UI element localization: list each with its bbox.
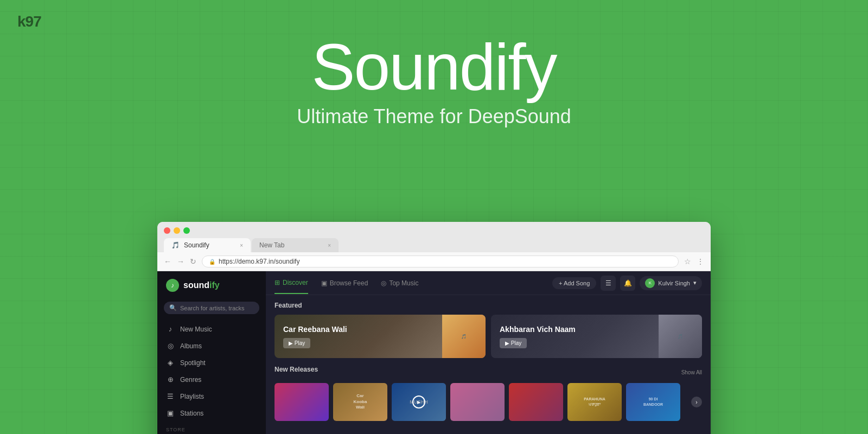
bookmark-icon[interactable]: ☆: [684, 257, 691, 266]
sidebar-app-name: soundify: [183, 280, 220, 290]
more-menu-icon[interactable]: ⋮: [697, 257, 704, 266]
search-placeholder: Search for artists, tracks: [180, 305, 245, 311]
browser-tab-newtab[interactable]: New Tab ×: [252, 238, 339, 252]
chevron-down-icon: ▾: [693, 279, 697, 286]
top-nav-actions: + Add Song ☰ 🔔 K Kulvir Singh ▾: [552, 276, 702, 291]
lock-icon: 🔒: [209, 259, 215, 265]
featured-section-label: Featured: [275, 302, 702, 309]
releases-grid: CarKoobaWali MUCHH ▶: [275, 383, 702, 421]
tab-label: Top Music: [389, 279, 418, 287]
top-nav-tabs: ⊞ Discover ▣ Browse Feed ◎ Top Music: [275, 272, 418, 294]
forward-button[interactable]: →: [177, 257, 184, 266]
release-thumb-image-5: [509, 383, 563, 421]
tab-favicon: 🎵: [171, 241, 180, 249]
address-field[interactable]: 🔒 https://demo.k97.in/soundify: [202, 256, 679, 267]
release-card-6[interactable]: PARAHUNAਪਰਾਹੁਣਾ: [567, 383, 622, 421]
release-thumb-image-4: [450, 383, 505, 421]
release-thumb-image-2: CarKoobaWali: [333, 383, 387, 421]
releases-wrapper: CarKoobaWali MUCHH ▶: [275, 383, 702, 421]
release-card-4[interactable]: [450, 383, 505, 421]
discover-icon: ⊞: [275, 279, 280, 286]
release-thumb-4: [450, 383, 505, 421]
notification-button[interactable]: 🔔: [620, 276, 635, 291]
featured-card-content: Car Reebana Wali ▶ Play: [283, 325, 347, 348]
release-card-5[interactable]: [509, 383, 563, 421]
playlist-button[interactable]: ☰: [601, 276, 616, 291]
spotlight-icon: ◈: [166, 359, 175, 367]
tab-label: Discover: [283, 279, 308, 286]
release-card-1[interactable]: [275, 383, 329, 421]
sidebar-search[interactable]: 🔍 Search for artists, tracks: [164, 302, 259, 314]
release-thumb-5: [509, 383, 563, 421]
featured-card-title: Car Reebana Wali: [283, 325, 347, 334]
release-thumb-7: 90 DIBANDOOR: [626, 383, 680, 421]
releases-next-arrow[interactable]: ›: [691, 397, 702, 407]
tab-close-icon[interactable]: ×: [240, 242, 243, 248]
new-releases-label: New Releases: [275, 366, 318, 373]
sidebar-item-playlists[interactable]: ☰ Playlists: [157, 388, 266, 405]
user-menu-button[interactable]: K Kulvir Singh ▾: [640, 276, 702, 290]
sidebar: ♪ soundify 🔍 Search for artists, tracks …: [157, 271, 266, 434]
top-music-icon: ◎: [381, 279, 386, 287]
hero-subtitle: Ultimate Theme for DeepSound: [0, 105, 868, 128]
refresh-button[interactable]: ↻: [190, 257, 196, 266]
k97-logo: k97: [17, 13, 41, 30]
browser-dots: [164, 227, 704, 234]
release-thumb-2: CarKoobaWali: [333, 383, 387, 421]
release-thumb-image-6: PARAHUNAਪਰਾਹੁਣਾ: [567, 383, 622, 421]
browser-mockup: 🎵 Soundify × New Tab × ← → ↻ 🔒 https://d…: [157, 222, 711, 434]
hero-section: Soundify Ultimate Theme for DeepSound: [0, 33, 868, 128]
store-section-label: STORE: [157, 422, 266, 434]
release-thumb-6: PARAHUNAਪਰਾਹੁਣਾ: [567, 383, 622, 421]
featured-thumb-2: 🎵: [659, 315, 702, 358]
main-content: Featured Car Reebana Wali ▶ Play 🎵: [266, 295, 711, 434]
release-card-7[interactable]: 90 DIBANDOOR: [626, 383, 680, 421]
release-thumb-1: [275, 383, 329, 421]
tab-browse-feed[interactable]: ▣ Browse Feed: [321, 273, 368, 293]
sidebar-item-label: Stations: [180, 410, 203, 417]
sidebar-item-spotlight[interactable]: ◈ Spotlight: [157, 354, 266, 371]
featured-play-button-1[interactable]: ▶ Play: [283, 338, 310, 348]
play-overlay: ▶: [392, 383, 446, 421]
play-circle-icon: ▶: [412, 395, 425, 409]
sidebar-item-new-music[interactable]: ♪ New Music: [157, 321, 266, 337]
sidebar-item-albums[interactable]: ◎ Albums: [157, 337, 266, 354]
featured-card-content-2: Akhbaran Vich Naam ▶ Play: [500, 325, 576, 348]
new-releases-header: New Releases Show All: [275, 366, 702, 379]
release-thumb-3: MUCHH ▶: [392, 383, 446, 421]
sidebar-item-label: Albums: [180, 342, 202, 350]
tab-label: Soundify: [184, 241, 209, 249]
back-button[interactable]: ←: [164, 257, 171, 266]
add-song-button[interactable]: + Add Song: [552, 277, 596, 289]
sidebar-logo: ♪ soundify: [157, 271, 266, 299]
albums-icon: ◎: [166, 342, 175, 350]
tab-label: Browse Feed: [330, 279, 368, 287]
featured-card-1[interactable]: Car Reebana Wali ▶ Play 🎵: [275, 315, 486, 358]
browser-chrome: 🎵 Soundify × New Tab ×: [157, 222, 711, 252]
maximize-dot[interactable]: [183, 227, 190, 234]
sidebar-item-stations[interactable]: ▣ Stations: [157, 405, 266, 422]
minimize-dot[interactable]: [174, 227, 180, 234]
close-dot[interactable]: [164, 227, 170, 234]
main-area: ⊞ Discover ▣ Browse Feed ◎ Top Music + A…: [266, 271, 711, 434]
featured-card-2[interactable]: Akhbaran Vich Naam ▶ Play 🎵: [491, 315, 702, 358]
tab-discover[interactable]: ⊞ Discover: [275, 272, 308, 294]
release-card-2[interactable]: CarKoobaWali: [333, 383, 387, 421]
browse-feed-icon: ▣: [321, 279, 327, 287]
featured-play-button-2[interactable]: ▶ Play: [500, 338, 527, 348]
release-thumb-image-1: [275, 383, 329, 421]
release-card-3[interactable]: MUCHH ▶: [392, 383, 446, 421]
browser-addressbar: ← → ↻ 🔒 https://demo.k97.in/soundify ☆ ⋮: [157, 252, 711, 271]
show-all-link[interactable]: Show All: [681, 369, 702, 375]
sidebar-item-label: New Music: [180, 326, 212, 333]
featured-thumb-1: 🎵: [442, 315, 486, 358]
genres-icon: ⊕: [166, 375, 175, 384]
sidebar-item-genres[interactable]: ⊕ Genres: [157, 371, 266, 388]
browser-tabs: 🎵 Soundify × New Tab ×: [164, 238, 704, 252]
browser-tab-soundify[interactable]: 🎵 Soundify ×: [164, 238, 251, 252]
sidebar-item-label: Playlists: [180, 393, 204, 400]
release-thumb-image-7: 90 DIBANDOOR: [626, 383, 680, 421]
tab-top-music[interactable]: ◎ Top Music: [381, 273, 418, 293]
top-nav: ⊞ Discover ▣ Browse Feed ◎ Top Music + A…: [266, 271, 711, 295]
tab-close-icon-2[interactable]: ×: [328, 242, 331, 248]
